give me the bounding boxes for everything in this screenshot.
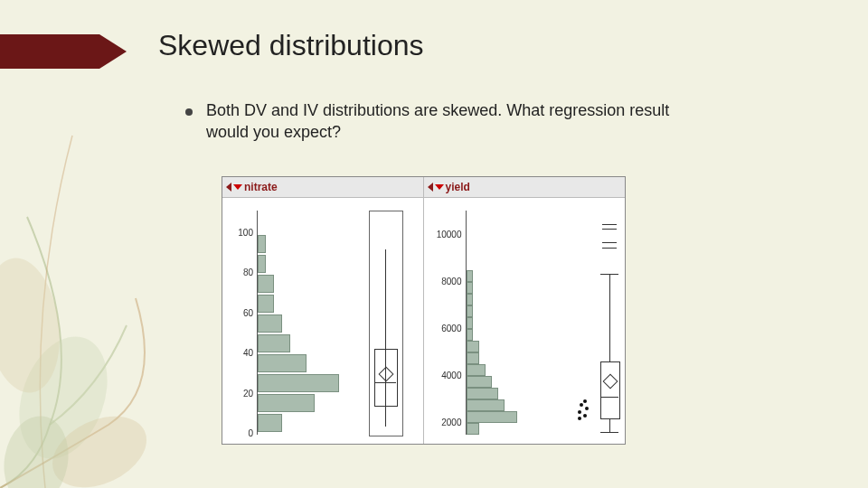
- hist-bar: [467, 282, 473, 294]
- disclosure-icon: [428, 183, 433, 192]
- hist-bar: [467, 305, 473, 317]
- nitrate-label: nitrate: [244, 181, 278, 193]
- disclosure-icon: [226, 183, 231, 192]
- hist-bar: [467, 341, 479, 352]
- yield-label: yield: [446, 181, 470, 193]
- yield-header: yield: [424, 177, 626, 198]
- box-cap: [600, 432, 618, 433]
- yield-plot: 2000 4000 6000 8000 10000: [424, 197, 626, 444]
- hist-bar: [258, 275, 274, 293]
- hist-bar: [258, 295, 274, 313]
- tick-40: 40: [230, 348, 253, 358]
- svg-point-1: [0, 253, 68, 398]
- title-arrow: [0, 34, 127, 69]
- menu-icon: [435, 184, 444, 190]
- slide-root: Skewed distributions Both DV and IV dist…: [0, 0, 868, 488]
- hist-bar: [467, 317, 473, 329]
- nitrate-subpanel: nitrate 0 20 40 60 80 100: [222, 177, 424, 444]
- box-iqr: [600, 361, 620, 419]
- hist-bar: [258, 314, 282, 333]
- hist-bar: [467, 329, 473, 341]
- hist-bar: [258, 235, 266, 253]
- tick-80: 80: [230, 267, 253, 277]
- svg-point-0: [4, 324, 123, 471]
- nitrate-plot: 0 20 40 60 80 100: [222, 197, 423, 444]
- box-cap: [600, 274, 618, 275]
- tick-6000: 6000: [429, 324, 462, 333]
- tick-4000: 4000: [429, 371, 462, 380]
- data-point: [583, 414, 587, 418]
- data-point: [578, 410, 581, 414]
- svg-point-2: [41, 402, 157, 488]
- svg-point-3: [0, 411, 75, 488]
- data-point: [580, 403, 583, 407]
- hist-bar: [258, 414, 282, 432]
- data-point: [578, 417, 581, 420]
- nitrate-header: nitrate: [222, 177, 423, 198]
- hist-bar: [467, 423, 479, 435]
- hist-bar: [467, 399, 505, 411]
- slide-title: Skewed distributions: [158, 29, 423, 62]
- hist-bar: [467, 388, 498, 399]
- hist-bar: [258, 394, 315, 412]
- tick-2000: 2000: [429, 418, 462, 427]
- hist-bar: [258, 255, 266, 273]
- hist-bar: [467, 411, 517, 423]
- hist-bar: [467, 270, 473, 282]
- bullet-icon: [185, 108, 193, 116]
- body-text: Both DV and IV distributions are skewed.…: [206, 99, 712, 144]
- tick-8000: 8000: [429, 277, 462, 286]
- outlier-mark: [602, 242, 617, 243]
- box-median: [600, 397, 618, 398]
- tick-100: 100: [230, 228, 253, 238]
- data-point: [585, 407, 589, 410]
- hist-bar: [258, 334, 290, 352]
- hist-bar: [258, 374, 339, 392]
- leaf-decoration: [0, 0, 235, 488]
- hist-bar: [467, 294, 473, 305]
- hist-bar: [258, 354, 307, 372]
- yield-subpanel: yield 2000 4000 6000 8000 10000: [424, 177, 626, 444]
- outlier-mark: [602, 248, 617, 249]
- stats-panel: nitrate 0 20 40 60 80 100: [222, 176, 626, 445]
- outlier-mark: [602, 229, 617, 230]
- menu-icon: [233, 184, 242, 190]
- hist-bar: [467, 364, 486, 376]
- tick-60: 60: [230, 308, 253, 318]
- outlier-mark: [602, 224, 617, 225]
- tick-20: 20: [230, 389, 253, 399]
- box-median: [374, 382, 396, 383]
- tick-10000: 10000: [429, 230, 462, 239]
- hist-bar: [467, 352, 479, 364]
- tick-0: 0: [230, 428, 253, 438]
- data-point: [583, 399, 587, 403]
- hist-bar: [467, 376, 492, 388]
